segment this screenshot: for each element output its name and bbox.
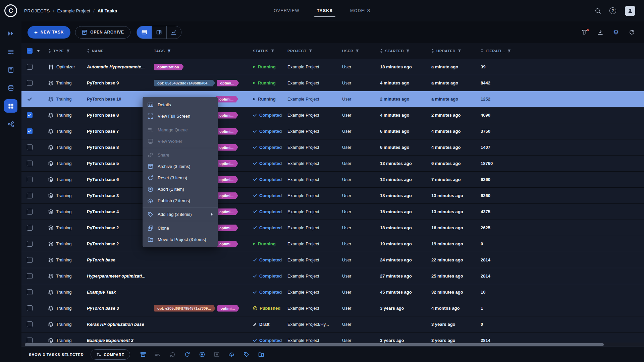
tab-models[interactable]: MODELS — [341, 0, 379, 21]
menu-item-move-to-project-3-items[interactable]: Move to Project (3 items) — [143, 234, 218, 245]
filter-icon[interactable] — [356, 49, 359, 53]
table-row[interactable]: TrainingPyTorch base 2optimi...Completed… — [21, 220, 644, 236]
footer-action-add-tag[interactable] — [244, 352, 249, 357]
menu-item-publish-2-items[interactable]: Publish (2 items) — [143, 195, 218, 206]
task-tag[interactable]: optimi... — [216, 160, 238, 167]
row-checkbox[interactable] — [27, 257, 33, 263]
menu-item-reset-3-items[interactable]: Reset (3 items) — [143, 172, 218, 183]
menu-item-add-tag-3-items[interactable]: Add Tag (3 items) — [143, 208, 218, 220]
breadcrumb-item-all-tasks[interactable]: All Tasks — [98, 8, 117, 13]
footer-action-archive[interactable] — [140, 352, 146, 357]
sidebar-item-datasets[interactable] — [4, 81, 17, 95]
table-row[interactable]: TrainingExample Experiment 2CompletedExa… — [21, 333, 644, 343]
table-row[interactable]: TrainingPyTorch base 9opt: 85e5482ddd714… — [21, 75, 644, 91]
table-row[interactable]: TrainingExample TaskCompletedExample Pro… — [21, 284, 644, 300]
filter-icon[interactable] — [309, 49, 312, 53]
footer-action-publish[interactable] — [229, 352, 234, 357]
column-header-type[interactable]: TYPE — [48, 49, 87, 53]
column-header-updated[interactable]: UPDATED — [431, 49, 481, 53]
task-tag[interactable]: optimization — [154, 64, 184, 70]
footer-action-abort[interactable] — [199, 352, 205, 357]
task-name[interactable]: PyTorch base 9 — [87, 75, 154, 91]
row-checkbox[interactable] — [27, 193, 33, 198]
footer-action-move-to-project[interactable] — [258, 352, 264, 357]
table-row[interactable]: TrainingPyTorch base 4optimi...Completed… — [21, 204, 644, 220]
column-header-project[interactable]: PROJECT — [287, 49, 342, 53]
row-checkbox[interactable] — [27, 177, 33, 182]
sidebar-item-queues[interactable] — [4, 45, 17, 58]
footer-action-reset[interactable] — [184, 352, 190, 357]
download-icon[interactable] — [597, 29, 603, 35]
compare-button[interactable]: COMPARE — [91, 349, 130, 360]
horizontal-scrollbar[interactable] — [21, 343, 644, 347]
row-checkbox[interactable] — [27, 338, 33, 343]
menu-item-abort-1-item[interactable]: Abort (1 item) — [143, 183, 218, 195]
task-name[interactable]: Example Task — [87, 284, 154, 300]
row-checkbox[interactable] — [27, 144, 33, 150]
tab-overview[interactable]: OVERVIEW — [265, 0, 308, 21]
row-checkbox[interactable] — [27, 80, 33, 86]
sidebar-item-projects[interactable] — [4, 99, 17, 113]
menu-item-view-full-screen[interactable]: View Full Screen — [143, 110, 218, 122]
table-row[interactable]: TrainingPyTorch base 10optimi...RunningE… — [21, 91, 644, 107]
sidebar-item-pipelines[interactable] — [4, 117, 17, 131]
task-name[interactable]: PyTorch base — [87, 252, 154, 268]
task-tag[interactable]: optimi... — [216, 96, 238, 103]
filter-icon[interactable] — [271, 49, 274, 53]
row-checkbox[interactable] — [27, 225, 33, 231]
tab-tasks[interactable]: TASKS — [308, 0, 341, 21]
column-header-user[interactable]: USER — [342, 49, 380, 53]
table-row[interactable]: TrainingKeras HP optimization baseDraftE… — [21, 316, 644, 333]
column-header-name[interactable]: NAME — [87, 49, 154, 53]
filter-icon[interactable] — [458, 49, 461, 53]
task-tag[interactable]: optimi... — [216, 144, 238, 151]
clear-filters-icon[interactable]: ✕ — [582, 29, 587, 35]
row-checkbox[interactable] — [27, 161, 33, 166]
select-all-header[interactable] — [21, 48, 48, 54]
table-row[interactable]: TrainingPyTorch base 6optimi...Completed… — [21, 172, 644, 188]
table-row[interactable]: TrainingHyperparameter optimizati...Comp… — [21, 268, 644, 284]
row-checkbox[interactable] — [27, 289, 33, 295]
view-mode-chart-view[interactable] — [166, 26, 181, 39]
table-row[interactable]: TrainingPyTorch base 2optimi...RunningEx… — [21, 236, 644, 252]
task-tag[interactable]: optimi... — [216, 208, 238, 215]
filter-icon[interactable] — [406, 49, 410, 53]
task-name[interactable]: PyTorch base 3 — [87, 300, 154, 316]
task-name[interactable]: Keras HP optimization base — [87, 316, 154, 333]
settings-gear-icon[interactable]: ⚙ — [613, 29, 619, 36]
table-row[interactable]: TrainingPyTorch base 8optimi...Completed… — [21, 107, 644, 123]
table-row[interactable]: TrainingPyTorch base 3opt: e205d684f7954… — [21, 300, 644, 316]
select-all-checkbox[interactable] — [27, 48, 33, 54]
column-header-status[interactable]: STATUS — [253, 49, 287, 53]
user-avatar[interactable] — [625, 6, 635, 16]
auto-refresh-icon[interactable] — [629, 29, 635, 35]
view-mode-table-view[interactable] — [137, 26, 152, 39]
help-icon[interactable]: ? — [609, 7, 616, 14]
new-task-button[interactable]: + NEW TASK — [28, 26, 70, 39]
task-name[interactable]: Hyperparameter optimizati... — [87, 268, 154, 284]
row-checkbox[interactable] — [27, 273, 33, 279]
task-name[interactable]: Example Experiment 2 — [87, 333, 154, 343]
task-tag[interactable]: optimi... — [217, 80, 239, 86]
row-checkbox[interactable] — [27, 305, 33, 311]
filter-icon[interactable] — [66, 49, 70, 53]
task-tag[interactable]: optimi... — [216, 176, 238, 183]
table-row[interactable]: TrainingPyTorch baseCompletedExample Pro… — [21, 252, 644, 268]
sidebar-item-launch[interactable] — [4, 27, 17, 40]
filter-icon[interactable] — [167, 49, 171, 53]
column-header-iterations[interactable]: ITERATI... — [481, 49, 524, 53]
column-header-tags[interactable]: TAGS — [154, 49, 253, 53]
search-icon[interactable] — [595, 8, 601, 14]
row-checkbox[interactable] — [27, 321, 33, 327]
table-row[interactable]: TrainingPyTorch base 5optimi...Completed… — [21, 156, 644, 172]
table-row[interactable]: TrainingPyTorch base 7optimi...Completed… — [21, 123, 644, 139]
table-row[interactable]: OptimizerAutomatic Hyperparamete...optim… — [21, 59, 644, 75]
breadcrumb-item-example-project[interactable]: Example Project — [57, 8, 90, 13]
selected-count-text[interactable]: SHOW 3 TASKS SELECTED — [29, 353, 84, 357]
task-tag[interactable]: opt: 85e5482ddd7149b8ba04... — [154, 80, 215, 86]
menu-item-details[interactable]: Details — [143, 99, 218, 110]
breadcrumb-item-projects[interactable]: PROJECTS — [24, 8, 50, 13]
task-tag[interactable]: optimi... — [216, 192, 238, 199]
table-row[interactable]: TrainingPyTorch base 3optimi...Completed… — [21, 188, 644, 204]
menu-item-archive-3-items[interactable]: Archive (3 items) — [143, 161, 218, 172]
